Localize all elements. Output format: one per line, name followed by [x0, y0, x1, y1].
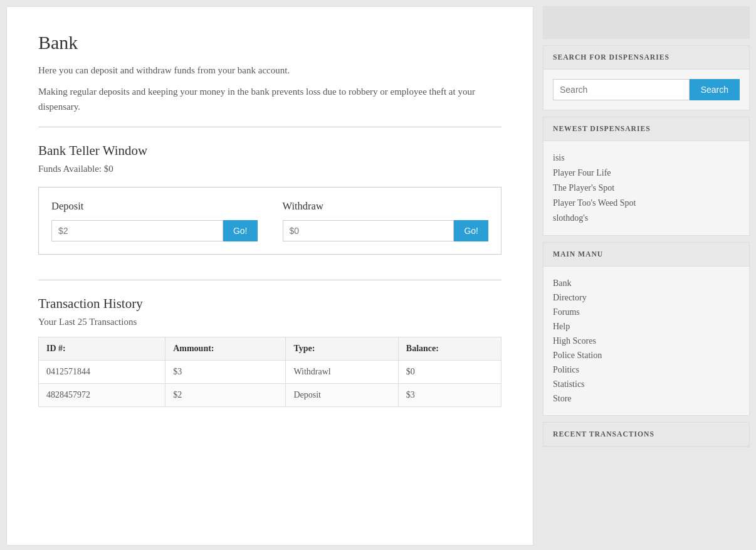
deposit-label: Deposit: [51, 200, 258, 213]
table-header-row: ID #: Ammount: Type: Balance:: [39, 337, 501, 361]
menu-item[interactable]: Statistics: [553, 377, 740, 391]
cell-id: 4828457972: [39, 384, 165, 407]
search-widget: SEARCH FOR DISPENSARIES Search: [543, 45, 750, 110]
main-content: Bank Here you can deposit and withdraw f…: [6, 6, 533, 546]
search-widget-header: SEARCH FOR DISPENSARIES: [543, 46, 749, 70]
menu-link[interactable]: Forums: [553, 307, 580, 317]
teller-section-title: Bank Teller Window: [38, 143, 501, 159]
menu-link[interactable]: Bank: [553, 278, 572, 288]
dispensary-link[interactable]: The Player's Spot: [553, 183, 614, 193]
funds-available: Funds Available: $0: [38, 164, 501, 174]
deposit-input-group: Go!: [51, 220, 258, 241]
recent-transactions-widget: RECENT TRANSACTIONS: [543, 422, 750, 447]
transaction-table: ID #: Ammount: Type: Balance: 0412571844…: [38, 337, 501, 407]
menu-link[interactable]: Help: [553, 322, 570, 331]
cell-type: Withdrawl: [286, 361, 398, 384]
menu-link[interactable]: Statistics: [553, 379, 585, 389]
dispensary-link[interactable]: slothdog's: [553, 213, 588, 223]
newest-dispensaries-widget: NEWEST DISPENSARIES isisPlayer Four Life…: [543, 117, 750, 236]
newest-dispensaries-header: NEWEST DISPENSARIES: [543, 117, 749, 141]
dispensary-link[interactable]: isis: [553, 153, 565, 162]
last-n-label: Your Last 25 Transactions: [38, 317, 501, 327]
page-title: Bank: [38, 32, 501, 53]
menu-item[interactable]: Directory: [553, 290, 740, 305]
description2: Making regular deposits and keeping your…: [38, 84, 501, 114]
divider1: [38, 127, 501, 127]
main-menu-header: MAIN MANU: [543, 243, 749, 267]
dispensary-item[interactable]: The Player's Spot: [553, 181, 740, 196]
dispensary-link[interactable]: Player Too's Weed Spot: [553, 198, 636, 208]
recent-transactions-header: RECENT TRANSACTIONS: [543, 423, 749, 447]
deposit-input[interactable]: [51, 220, 223, 241]
menu-item[interactable]: Politics: [553, 362, 740, 377]
dispensary-item[interactable]: isis: [553, 151, 740, 166]
main-menu-body: BankDirectoryForumsHelpHigh ScoresPolice…: [543, 267, 749, 415]
menu-item[interactable]: Police Station: [553, 348, 740, 362]
menu-item[interactable]: High Scores: [553, 334, 740, 348]
search-widget-body: Search: [543, 70, 749, 110]
dispensary-item[interactable]: Player Too's Weed Spot: [553, 196, 740, 211]
menu-link[interactable]: Police Station: [553, 351, 602, 360]
table-row: 0412571844 $3 Withdrawl $0: [39, 361, 501, 384]
table-row: 4828457972 $2 Deposit $3: [39, 384, 501, 407]
teller-box: Deposit Go! Withdraw Go!: [38, 187, 501, 255]
search-button[interactable]: Search: [690, 79, 740, 100]
menu-link[interactable]: Directory: [553, 293, 587, 302]
menu-link[interactable]: High Scores: [553, 336, 596, 346]
menu-list: BankDirectoryForumsHelpHigh ScoresPolice…: [553, 276, 740, 406]
dispensary-link[interactable]: Player Four Life: [553, 168, 611, 177]
transaction-section-title: Transaction History: [38, 296, 501, 312]
col-id: ID #:: [39, 337, 165, 361]
menu-item[interactable]: Forums: [553, 305, 740, 319]
main-menu-widget: MAIN MANU BankDirectoryForumsHelpHigh Sc…: [543, 242, 750, 416]
deposit-col: Deposit Go!: [51, 200, 258, 241]
top-banner: [543, 7, 749, 38]
withdraw-label: Withdraw: [283, 200, 489, 213]
search-input[interactable]: [553, 79, 690, 100]
teller-columns: Deposit Go! Withdraw Go!: [51, 200, 488, 241]
cell-id: 0412571844: [39, 361, 165, 384]
menu-item[interactable]: Help: [553, 319, 740, 334]
page-wrapper: Bank Here you can deposit and withdraw f…: [0, 0, 756, 550]
col-amount: Ammount:: [165, 337, 286, 361]
withdraw-input[interactable]: [283, 220, 454, 241]
newest-dispensaries-body: isisPlayer Four LifeThe Player's SpotPla…: [543, 141, 749, 235]
withdraw-col: Withdraw Go!: [283, 200, 489, 241]
cell-amount: $3: [165, 361, 286, 384]
menu-link[interactable]: Store: [553, 394, 572, 403]
cell-type: Deposit: [286, 384, 398, 407]
col-balance: Balance:: [398, 337, 501, 361]
menu-item[interactable]: Store: [553, 391, 740, 406]
deposit-go-button[interactable]: Go!: [223, 220, 258, 241]
sidebar: SEARCH FOR DISPENSARIES Search NEWEST DI…: [543, 6, 750, 447]
cell-amount: $2: [165, 384, 286, 407]
top-banner-widget: [543, 6, 750, 39]
dispensary-item[interactable]: slothdog's: [553, 211, 740, 226]
dispensary-list: isisPlayer Four LifeThe Player's SpotPla…: [553, 151, 740, 226]
cell-balance: $3: [398, 384, 501, 407]
description1: Here you can deposit and withdraw funds …: [38, 63, 501, 78]
search-row: Search: [553, 79, 740, 100]
menu-item[interactable]: Bank: [553, 276, 740, 290]
dispensary-item[interactable]: Player Four Life: [553, 166, 740, 181]
withdraw-input-group: Go!: [283, 220, 489, 241]
cell-balance: $0: [398, 361, 501, 384]
col-type: Type:: [286, 337, 398, 361]
menu-link[interactable]: Politics: [553, 365, 579, 374]
withdraw-go-button[interactable]: Go!: [454, 220, 488, 241]
divider2: [38, 280, 501, 280]
